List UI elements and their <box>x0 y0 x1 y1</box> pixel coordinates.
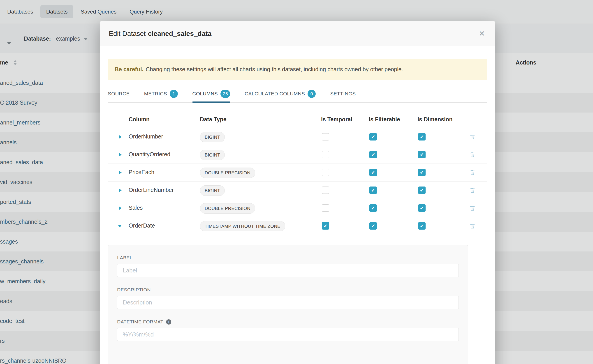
checkbox-is-filterable[interactable]: ✔ <box>369 151 377 158</box>
checkbox-is-filterable[interactable]: ✔ <box>369 187 377 194</box>
checkbox-is-temporal[interactable] <box>322 151 329 158</box>
column-row: SalesDOUBLE PRECISION✔✔ <box>108 199 487 217</box>
delete-column-icon[interactable] <box>469 151 475 159</box>
collapse-caret-icon[interactable] <box>118 225 122 228</box>
tab-label: METRICS <box>144 91 167 97</box>
tab-columns[interactable]: COLUMNS25 <box>192 90 230 102</box>
column-header: Column <box>129 116 150 123</box>
description-input[interactable] <box>117 296 459 309</box>
modal-header: Edit Datasetcleaned_sales_data ✕ <box>100 21 495 46</box>
checkbox-is-filterable[interactable]: ✔ <box>369 204 377 212</box>
tab-count-badge: 25 <box>220 90 230 98</box>
column-name: PriceEach <box>129 169 154 176</box>
info-icon[interactable]: i <box>166 319 171 325</box>
data-type-pill: BIGINT <box>200 185 225 196</box>
delete-column-icon[interactable] <box>469 134 475 141</box>
expand-caret-icon[interactable] <box>119 188 122 192</box>
tab-label: COLUMNS <box>192 91 218 97</box>
modal-title-prefix: Edit Dataset <box>109 30 145 37</box>
checkbox-is-dimension[interactable]: ✔ <box>418 151 426 158</box>
checkbox-is-temporal[interactable] <box>322 133 329 141</box>
checkbox-is-dimension[interactable]: ✔ <box>418 187 426 194</box>
delete-column-icon[interactable] <box>469 205 475 212</box>
expand-caret-icon[interactable] <box>119 206 122 210</box>
tab-source[interactable]: SOURCE <box>108 90 130 102</box>
checkbox-is-filterable[interactable]: ✔ <box>369 133 377 141</box>
column-row: OrderNumberBIGINT✔✔ <box>108 128 487 146</box>
label-field-label: LABEL <box>117 255 459 260</box>
column-name: OrderDate <box>129 222 155 229</box>
checkbox-is-dimension[interactable]: ✔ <box>418 204 426 212</box>
data-type-pill: BIGINT <box>200 150 225 160</box>
column-detail-panel: LABEL DESCRIPTION DATETIME FORMAT i <box>108 245 468 364</box>
expand-caret-icon[interactable] <box>119 170 122 175</box>
tab-label: CALCULATED COLUMNS <box>245 91 305 97</box>
data-type-pill: BIGINT <box>200 132 225 142</box>
delete-column-icon[interactable] <box>469 187 475 195</box>
superset-datasets-page: DatabasesDatasetsSaved QueriesQuery Hist… <box>0 0 593 364</box>
warning-banner-bold: Be careful. <box>115 66 144 73</box>
checkbox-is-temporal[interactable] <box>322 169 329 176</box>
checkbox-is-temporal[interactable]: ✔ <box>322 222 329 230</box>
delete-column-icon[interactable] <box>469 169 475 177</box>
description-field-label: DESCRIPTION <box>117 287 459 292</box>
tab-count-badge: 1 <box>170 90 178 98</box>
column-row: PriceEachDOUBLE PRECISION✔✔ <box>108 164 487 182</box>
delete-column-icon[interactable] <box>469 223 475 230</box>
column-row: OrderLineNumberBIGINT✔✔ <box>108 182 487 199</box>
modal-dataset-name: cleaned_sales_data <box>148 30 211 37</box>
column-row: QuantityOrderedBIGINT✔✔ <box>108 146 487 164</box>
is-dimension-header: Is Dimension <box>417 116 453 123</box>
warning-banner-text: Changing these settings will affect all … <box>146 66 403 73</box>
tab-metrics[interactable]: METRICS1 <box>144 90 178 102</box>
datetime-format-label-text: DATETIME FORMAT <box>117 319 163 325</box>
column-name: Sales <box>129 205 143 211</box>
checkbox-is-temporal[interactable] <box>322 204 329 212</box>
columns-rows: OrderNumberBIGINT✔✔QuantityOrderedBIGINT… <box>108 128 487 235</box>
checkbox-is-dimension[interactable]: ✔ <box>418 133 426 141</box>
data-type-pill: DOUBLE PRECISION <box>200 168 255 178</box>
label-field-label-text: LABEL <box>117 255 132 260</box>
edit-dataset-modal: Edit Datasetcleaned_sales_data ✕ Be care… <box>100 21 495 364</box>
tab-settings[interactable]: SETTINGS <box>330 90 356 102</box>
expand-caret-icon[interactable] <box>119 153 122 157</box>
is-filterable-header: Is Filterable <box>369 116 400 123</box>
checkbox-is-dimension[interactable]: ✔ <box>418 169 426 176</box>
modal-body: Be careful. Changing these settings will… <box>100 59 495 364</box>
label-input[interactable] <box>117 264 459 277</box>
modal-title: Edit Datasetcleaned_sales_data <box>109 30 211 38</box>
tab-label: SOURCE <box>108 91 130 97</box>
data-type-pill: TIMESTAMP WITHOUT TIME ZONE <box>200 221 285 231</box>
column-name: QuantityOrdered <box>129 151 170 158</box>
datetime-format-field-label: DATETIME FORMAT i <box>117 319 459 325</box>
columns-table: Column Data Type Is Temporal Is Filterab… <box>108 111 487 235</box>
warning-banner: Be careful. Changing these settings will… <box>108 59 487 80</box>
close-icon[interactable]: ✕ <box>477 28 486 39</box>
tab-calculated-columns[interactable]: CALCULATED COLUMNS0 <box>245 90 316 102</box>
is-temporal-header: Is Temporal <box>321 116 352 123</box>
expand-caret-icon[interactable] <box>119 135 122 139</box>
datetime-format-input[interactable] <box>117 328 459 341</box>
column-row: OrderDateTIMESTAMP WITHOUT TIME ZONE✔✔✔ <box>108 217 487 235</box>
column-name: OrderNumber <box>129 133 163 140</box>
checkbox-is-dimension[interactable]: ✔ <box>418 222 426 230</box>
checkbox-is-filterable[interactable]: ✔ <box>369 222 377 230</box>
column-name: OrderLineNumber <box>129 187 174 193</box>
checkbox-is-temporal[interactable] <box>322 187 329 194</box>
modal-tab-bar: SOURCEMETRICS1COLUMNS25CALCULATED COLUMN… <box>108 88 487 103</box>
data-type-header: Data Type <box>200 116 227 123</box>
description-field-label-text: DESCRIPTION <box>117 287 151 292</box>
tab-count-badge: 0 <box>308 90 316 98</box>
checkbox-is-filterable[interactable]: ✔ <box>369 169 377 176</box>
tab-label: SETTINGS <box>330 91 356 97</box>
data-type-pill: DOUBLE PRECISION <box>200 203 255 214</box>
columns-table-header: Column Data Type Is Temporal Is Filterab… <box>108 111 487 128</box>
